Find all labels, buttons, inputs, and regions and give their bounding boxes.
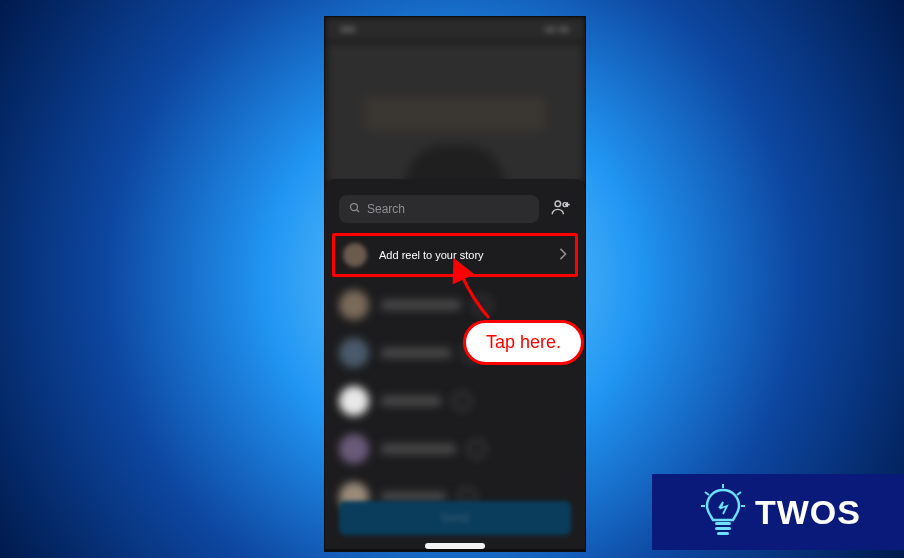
avatar [339,290,369,320]
svg-point-2 [555,201,561,207]
lightbulb-icon [701,484,745,540]
select-radio[interactable] [468,440,486,458]
svg-line-10 [705,492,709,495]
status-indicators: •• •• [546,23,569,35]
story-avatar [343,243,367,267]
contact-name-blurred [381,396,441,406]
add-story-label: Add reel to your story [379,249,547,261]
select-radio[interactable] [473,296,491,314]
callout-text: Tap here. [486,332,561,352]
select-radio[interactable] [453,392,471,410]
avatar [339,386,369,416]
contact-row[interactable] [339,425,571,473]
reel-preview-blurred [325,41,585,185]
contacts-list [325,277,585,525]
reel-caption-box [365,97,545,131]
svg-line-1 [357,209,360,212]
status-time: ••• [341,23,356,35]
create-group-icon[interactable] [551,199,571,219]
contact-name-blurred [381,348,451,358]
svg-rect-6 [715,522,731,525]
svg-line-11 [737,492,741,495]
send-label: Send [441,511,469,525]
avatar [339,434,369,464]
search-input[interactable]: Search [339,195,539,223]
contact-name-blurred [381,444,456,454]
home-indicator [425,543,485,549]
watermark-text: TWOS [755,493,861,532]
svg-rect-8 [717,532,729,535]
watermark-logo: TWOS [652,474,904,550]
contact-row[interactable] [339,377,571,425]
svg-point-0 [351,203,358,210]
status-bar: ••• •• •• [325,17,585,41]
search-placeholder: Search [367,202,405,216]
search-icon [349,202,361,217]
svg-rect-7 [715,527,731,530]
avatar [339,338,369,368]
phone-mockup: ••• •• •• Search [324,16,586,552]
contact-name-blurred [381,300,461,310]
chevron-right-icon [559,248,567,263]
tutorial-callout: Tap here. [463,320,584,365]
search-row: Search [325,189,585,233]
send-button[interactable]: Send [339,501,571,535]
add-reel-to-story-row[interactable]: Add reel to your story [329,233,581,277]
